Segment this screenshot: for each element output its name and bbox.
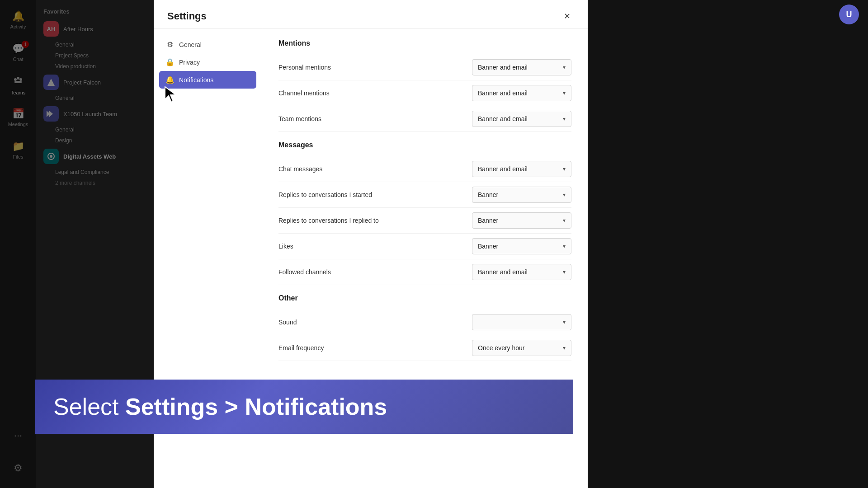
channel-mentions-arrow: ▾ <box>563 90 566 96</box>
tutorial-banner: Select Settings > Notifications <box>35 380 573 434</box>
chat-messages-value: Banner and email <box>478 165 528 173</box>
chat-messages-label: Chat messages <box>278 165 322 173</box>
settings-nav-privacy[interactable]: 🔒 Privacy <box>159 53 256 71</box>
likes-dropdown[interactable]: Banner ▾ <box>472 238 571 254</box>
likes-label: Likes <box>278 243 293 250</box>
followed-channels-arrow: ▾ <box>563 269 566 275</box>
replies-replied-label: Replies to conversations I replied to <box>278 217 379 224</box>
mentions-section-title: Mentions <box>278 39 571 47</box>
personal-mentions-value: Banner and email <box>478 64 528 71</box>
sound-arrow: ▾ <box>563 319 566 325</box>
row-email-frequency: Email frequency Once every hour ▾ <box>278 335 571 361</box>
notifications-label: Notifications <box>179 76 213 84</box>
banner-text-normal: Select <box>53 394 125 420</box>
sound-label: Sound <box>278 319 297 326</box>
banner-text: Select Settings > Notifications <box>53 393 387 420</box>
followed-channels-label: Followed channels <box>278 268 331 276</box>
general-label: General <box>179 41 202 48</box>
sound-dropdown[interactable]: ▾ <box>472 314 571 330</box>
personal-mentions-label: Personal mentions <box>278 64 331 71</box>
settings-title: Settings <box>167 10 207 22</box>
messages-section-title: Messages <box>278 141 571 149</box>
privacy-label: Privacy <box>179 59 200 66</box>
email-frequency-value: Once every hour <box>478 344 525 352</box>
row-replies-started: Replies to conversations I started Banne… <box>278 182 571 208</box>
team-mentions-arrow: ▾ <box>563 116 566 122</box>
channel-mentions-label: Channel mentions <box>278 89 330 97</box>
banner-text-bold: Settings > Notifications <box>125 394 387 420</box>
row-personal-mentions: Personal mentions Banner and email ▾ <box>278 55 571 80</box>
settings-nav-general[interactable]: ⚙ General <box>159 36 256 53</box>
replies-started-label: Replies to conversations I started <box>278 191 372 198</box>
replies-started-dropdown[interactable]: Banner ▾ <box>472 187 571 203</box>
likes-arrow: ▾ <box>563 243 566 249</box>
personal-mentions-arrow: ▾ <box>563 64 566 70</box>
replies-replied-value: Banner <box>478 217 498 224</box>
email-frequency-arrow: ▾ <box>563 345 566 351</box>
row-chat-messages: Chat messages Banner and email ▾ <box>278 156 571 182</box>
team-mentions-value: Banner and email <box>478 115 528 122</box>
chat-messages-arrow: ▾ <box>563 166 566 172</box>
chat-messages-dropdown[interactable]: Banner and email ▾ <box>472 161 571 177</box>
settings-nav-notifications[interactable]: 🔔 Notifications <box>159 71 256 89</box>
personal-mentions-dropdown[interactable]: Banner and email ▾ <box>472 59 571 75</box>
row-replies-replied: Replies to conversations I replied to Ba… <box>278 208 571 234</box>
notifications-icon: 🔔 <box>165 75 175 84</box>
replies-started-arrow: ▾ <box>563 192 566 198</box>
user-avatar[interactable]: U <box>839 5 859 24</box>
channel-mentions-dropdown[interactable]: Banner and email ▾ <box>472 85 571 101</box>
privacy-icon: 🔒 <box>165 58 175 66</box>
replies-started-value: Banner <box>478 191 498 198</box>
followed-channels-dropdown[interactable]: Banner and email ▾ <box>472 264 571 280</box>
replies-replied-dropdown[interactable]: Banner ▾ <box>472 212 571 229</box>
team-mentions-dropdown[interactable]: Banner and email ▾ <box>472 111 571 127</box>
team-mentions-label: Team mentions <box>278 115 321 122</box>
channel-mentions-value: Banner and email <box>478 89 528 97</box>
followed-channels-value: Banner and email <box>478 268 528 276</box>
row-sound: Sound ▾ <box>278 310 571 335</box>
other-section-title: Other <box>278 294 571 302</box>
row-followed-channels: Followed channels Banner and email ▾ <box>278 259 571 285</box>
row-likes: Likes Banner ▾ <box>278 234 571 259</box>
row-team-mentions: Team mentions Banner and email ▾ <box>278 106 571 132</box>
replies-replied-arrow: ▾ <box>563 217 566 224</box>
likes-value: Banner <box>478 243 498 250</box>
email-frequency-dropdown[interactable]: Once every hour ▾ <box>472 340 571 356</box>
general-icon: ⚙ <box>165 40 175 49</box>
email-frequency-label: Email frequency <box>278 344 324 352</box>
close-button[interactable]: ✕ <box>560 9 574 23</box>
row-channel-mentions: Channel mentions Banner and email ▾ <box>278 80 571 106</box>
settings-header: Settings ✕ <box>154 0 588 28</box>
